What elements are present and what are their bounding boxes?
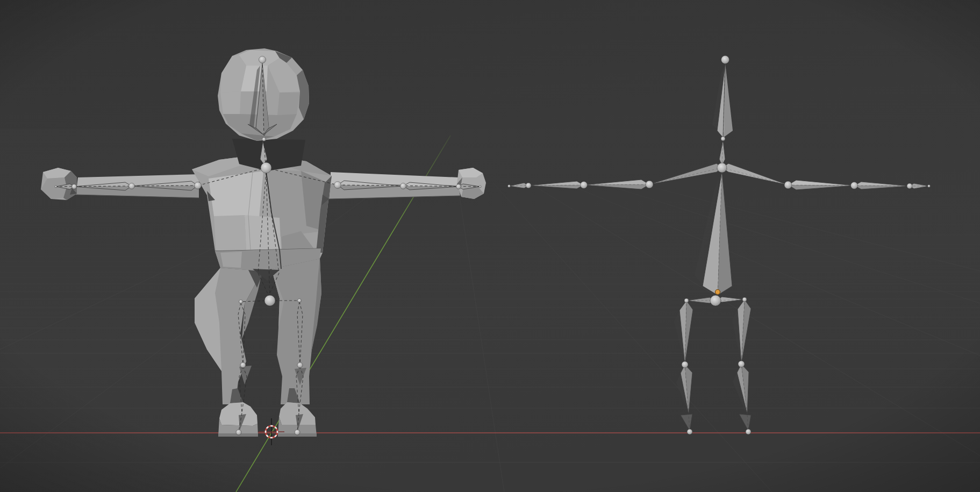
mesh-facet[interactable] [220, 91, 241, 114]
joint-sphere[interactable] [687, 429, 692, 434]
joint-sphere[interactable] [721, 137, 725, 141]
joint-sphere[interactable] [907, 183, 912, 189]
mesh-facet[interactable] [214, 215, 246, 252]
object-origin-point[interactable] [716, 290, 720, 295]
joint-sphere[interactable] [928, 185, 931, 188]
vignette [0, 0, 980, 492]
joint-sphere[interactable] [721, 56, 729, 64]
joint-sphere[interactable] [259, 56, 266, 63]
joint-sphere[interactable] [784, 181, 792, 189]
joint-sphere[interactable] [239, 300, 243, 304]
joint-sphere[interactable] [646, 181, 653, 188]
joint-sphere[interactable] [479, 186, 481, 188]
joint-sphere[interactable] [742, 297, 747, 302]
joint-sphere[interactable] [508, 185, 511, 188]
joint-sphere[interactable] [581, 182, 588, 189]
joint-sphere[interactable] [129, 183, 135, 189]
joint-sphere[interactable] [297, 362, 303, 368]
joint-sphere[interactable] [236, 430, 241, 435]
joint-sphere[interactable] [72, 184, 77, 189]
joint-sphere[interactable] [400, 183, 406, 189]
joint-sphere[interactable] [240, 362, 246, 368]
joint-sphere[interactable] [262, 138, 266, 141]
joint-sphere[interactable] [264, 295, 275, 306]
viewport-3d[interactable] [0, 0, 980, 492]
joint-sphere[interactable] [710, 295, 721, 306]
joint-sphere[interactable] [456, 184, 461, 189]
joint-sphere[interactable] [298, 299, 302, 303]
joint-sphere[interactable] [195, 182, 202, 189]
joint-sphere[interactable] [851, 182, 858, 189]
mesh-facet[interactable] [220, 252, 242, 268]
joint-sphere[interactable] [684, 298, 689, 303]
joint-sphere[interactable] [746, 429, 751, 434]
joint-sphere[interactable] [717, 163, 727, 173]
joint-sphere[interactable] [682, 361, 688, 368]
joint-sphere[interactable] [738, 361, 745, 367]
joint-sphere[interactable] [295, 430, 300, 435]
joint-sphere[interactable] [261, 162, 271, 173]
joint-sphere[interactable] [55, 186, 57, 188]
viewport-canvas[interactable] [0, 0, 980, 492]
joint-sphere[interactable] [334, 182, 341, 189]
joint-sphere[interactable] [526, 183, 531, 188]
mesh-facet[interactable] [209, 171, 263, 218]
mesh-facet[interactable] [277, 92, 300, 115]
